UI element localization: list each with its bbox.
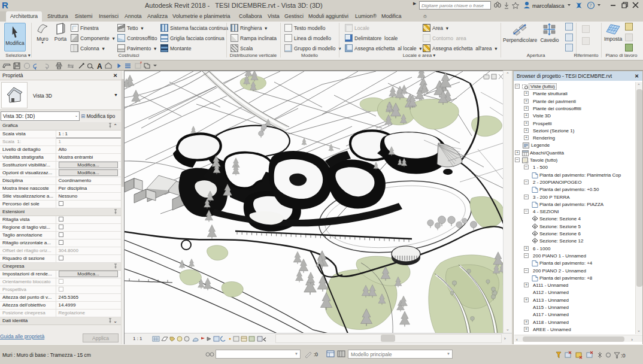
svg-text:?: ? [590, 3, 592, 8]
svg-text:A: A [97, 62, 102, 71]
svg-text:marcofalasca: marcofalasca [532, 3, 565, 9]
svg-text::0: :0 [621, 353, 626, 359]
